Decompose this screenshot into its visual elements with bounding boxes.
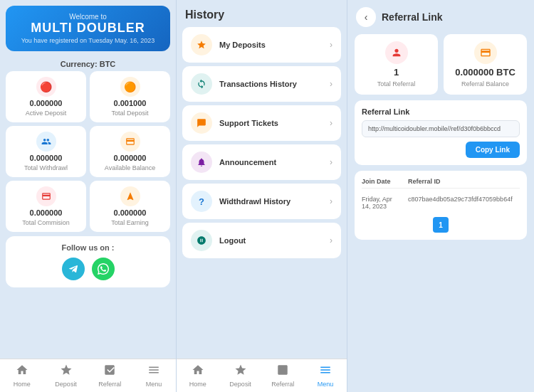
deposit-icon-middle	[234, 364, 247, 379]
available-balance-value: 0.000000	[114, 154, 147, 162]
row-id: c807bae4db05a29c73fdf47059bb64f	[408, 196, 520, 210]
referral-icon-left	[103, 364, 116, 379]
col-join-date-header: Join Date	[362, 178, 401, 185]
referral-link-card: Referral Link http://multicoidoubler.mob…	[355, 100, 527, 165]
home-icon-middle	[192, 364, 204, 379]
total-referral-card: 1 Total Referral	[355, 34, 438, 95]
stat-total-commission: 0.000000 Total Commision	[6, 181, 86, 232]
announcement-icon	[191, 152, 212, 173]
nav-menu-middle[interactable]: Menu	[304, 359, 347, 392]
total-earning-icon	[120, 186, 140, 206]
copy-link-button[interactable]: Copy Link	[466, 142, 520, 158]
nav-menu-label-left: Menu	[146, 381, 162, 388]
menu-item-support[interactable]: Support Tickets ›	[182, 105, 341, 141]
stat-active-deposit: 🔴 0.000000 Active Deposit	[6, 71, 86, 122]
available-balance-icon	[120, 132, 140, 152]
total-withdrawal-label: Total Withdrawl	[24, 164, 68, 171]
support-label: Support Tickets	[219, 119, 278, 127]
stat-total-deposit: 🟠 0.001000 Total Deposit	[90, 71, 170, 122]
header-card: Welcome to MULTI DOUBLER You have regist…	[6, 6, 170, 51]
referral-table-card: Join Date Referral ID Friday, Apr 14, 20…	[355, 171, 527, 240]
total-commission-label: Total Commision	[22, 219, 70, 226]
logout-icon	[191, 230, 212, 251]
menu-item-announcement[interactable]: Announcement ›	[182, 144, 341, 180]
menu-item-support-left: Support Tickets	[191, 112, 278, 134]
menu-item-logout[interactable]: Logout ›	[182, 223, 341, 258]
referral-balance-value: 0.000000 BTC	[455, 67, 515, 78]
available-balance-label: Available Balance	[105, 164, 155, 171]
nav-referral-middle[interactable]: Referral	[262, 359, 305, 392]
logout-label: Logout	[219, 236, 246, 245]
referral-link-display: http://multicoidoubler.mobile//ref/d30f0…	[362, 120, 520, 137]
deposits-icon	[191, 34, 212, 55]
row-date: Friday, Apr 14, 2023	[362, 196, 401, 210]
menu-item-deposits-left: My Deposits	[191, 34, 266, 55]
col-referral-id-header: Referral ID	[408, 178, 520, 185]
nav-home-label-left: Home	[14, 381, 31, 388]
stat-total-earning: 0.000000 Total Earning	[90, 181, 170, 232]
total-commission-icon	[36, 186, 56, 206]
nav-referral-label-left: Referral	[98, 381, 121, 388]
referral-balance-icon	[474, 41, 497, 64]
stats-grid: 🔴 0.000000 Active Deposit 🟠 0.001000 Tot…	[6, 71, 170, 232]
active-deposit-value: 0.000000	[30, 99, 63, 107]
menu-item-deposits[interactable]: My Deposits ›	[182, 27, 341, 63]
referral-link-title: Referral Link	[362, 107, 520, 116]
nav-deposit-middle[interactable]: Deposit	[219, 359, 262, 392]
welcome-text: Welcome to	[13, 13, 163, 21]
deposits-chevron: ›	[330, 40, 333, 50]
left-panel: Welcome to MULTI DOUBLER You have regist…	[0, 0, 177, 392]
withdrawal-icon: ?	[191, 191, 212, 212]
nav-menu-left[interactable]: Menu	[132, 359, 176, 392]
total-referral-icon	[385, 41, 408, 64]
nav-menu-label-middle: Menu	[318, 381, 334, 388]
transactions-label: Transactions History	[219, 80, 297, 88]
total-referral-label: Total Referral	[377, 80, 416, 88]
left-bottom-nav: Home Deposit Referral Menu	[0, 359, 176, 392]
withdrawal-chevron: ›	[330, 196, 333, 206]
menu-list: My Deposits › Transactions History › Sup…	[177, 27, 347, 359]
nav-home-middle[interactable]: Home	[177, 359, 219, 392]
social-icons	[13, 258, 163, 280]
menu-item-withdrawal[interactable]: ? Widthdrawl History ›	[182, 184, 341, 219]
nav-referral-left[interactable]: Referral	[88, 359, 132, 392]
stat-total-withdrawal: 0.000000 Total Withdrawl	[6, 126, 86, 177]
withdrawal-label: Widthdrawl History	[219, 197, 290, 206]
transactions-icon	[191, 73, 212, 95]
total-withdrawal-value: 0.000000	[30, 154, 63, 162]
referral-balance-label: Referral Balance	[461, 80, 509, 88]
pagination: 1	[362, 217, 520, 233]
nav-home-label-middle: Home	[189, 381, 206, 388]
menu-item-transactions[interactable]: Transactions History ›	[182, 66, 341, 102]
follow-section: Follow us on :	[6, 236, 170, 287]
middle-panel: History My Deposits › Transactions Histo…	[177, 0, 347, 392]
deposits-label: My Deposits	[219, 41, 266, 49]
deposit-icon-left	[60, 364, 73, 379]
total-deposit-icon: 🟠	[120, 77, 140, 97]
menu-item-withdrawal-left: ? Widthdrawl History	[191, 191, 290, 212]
referral-balance-card: 0.000000 BTC Referral Balance	[444, 34, 527, 95]
total-earning-value: 0.000000	[114, 208, 147, 217]
referral-stats: 1 Total Referral 0.000000 BTC Referral B…	[355, 34, 527, 95]
follow-title: Follow us on :	[13, 243, 163, 252]
announcement-chevron: ›	[330, 157, 333, 167]
telegram-button[interactable]	[62, 258, 85, 280]
active-deposit-label: Active Deposit	[26, 110, 67, 117]
stat-available-balance: 0.000000 Available Balance	[90, 126, 170, 177]
total-referral-value: 1	[394, 67, 399, 78]
currency-label: Currency: BTC	[0, 60, 176, 68]
total-commission-value: 0.000000	[30, 208, 63, 217]
referral-title: Referral Link	[382, 11, 443, 23]
table-header: Join Date Referral ID	[362, 178, 520, 189]
history-title: History	[177, 0, 347, 27]
right-panel: ‹ Referral Link 1 Total Referral 0.00000…	[347, 0, 534, 392]
nav-deposit-left[interactable]: Deposit	[44, 359, 88, 392]
menu-item-logout-left: Logout	[191, 230, 246, 251]
page-1-button[interactable]: 1	[433, 217, 449, 233]
subtitle: You have registered on Tuesday May. 16, …	[13, 37, 163, 44]
total-withdrawal-icon	[36, 132, 56, 152]
nav-deposit-label-middle: Deposit	[229, 381, 251, 388]
nav-home-left[interactable]: Home	[0, 359, 44, 392]
back-button[interactable]: ‹	[356, 7, 376, 27]
whatsapp-button[interactable]	[92, 258, 115, 280]
